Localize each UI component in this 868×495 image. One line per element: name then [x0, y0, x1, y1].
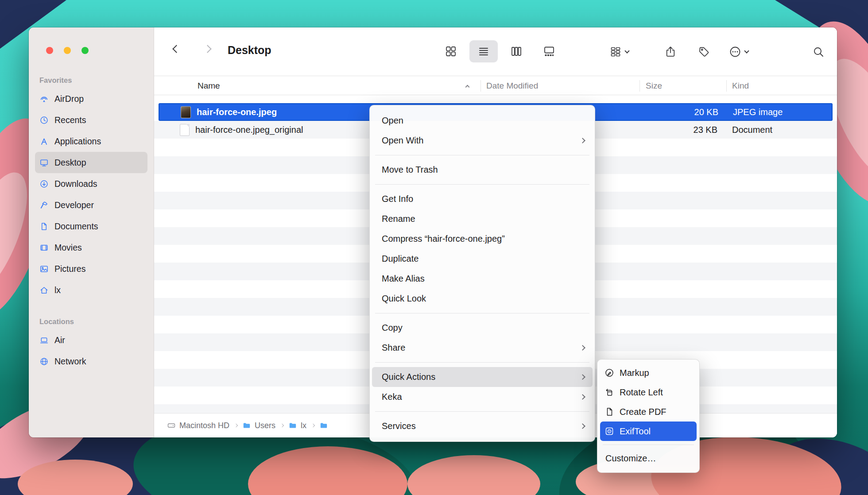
- menu-item-move-to-trash[interactable]: Move to Trash: [372, 160, 593, 180]
- rotate-left-icon: [604, 387, 614, 397]
- forward-button[interactable]: [205, 46, 210, 52]
- pathbar-item-macintosh-hd[interactable]: Macintosh HD: [167, 421, 229, 430]
- sidebar-item-downloads[interactable]: Downloads: [35, 173, 147, 194]
- downloads-icon: [39, 179, 49, 189]
- pathbar-item-truncated[interactable]: [320, 422, 328, 429]
- column-header-date-modified[interactable]: Date Modified: [486, 76, 538, 96]
- menu-item-open[interactable]: Open: [372, 111, 593, 131]
- list-view-button[interactable]: [469, 40, 498, 62]
- more-actions-button[interactable]: [729, 44, 748, 60]
- column-divider[interactable]: [639, 80, 640, 92]
- chevron-right-icon: [280, 424, 284, 427]
- locations-section-label: Locations: [35, 317, 147, 326]
- pathbar-item-lx[interactable]: lx: [289, 421, 306, 430]
- sidebar-item-label: Documents: [54, 221, 98, 232]
- submenu-chevron-icon: [580, 138, 585, 143]
- submenu-item-markup[interactable]: Markup: [600, 363, 697, 383]
- column-divider[interactable]: [480, 80, 481, 92]
- menu-item-make-alias[interactable]: Make Alias: [372, 269, 593, 289]
- group-by-button[interactable]: [609, 44, 629, 60]
- submenu-item-create-pdf[interactable]: Create PDF: [600, 402, 697, 422]
- back-button[interactable]: [174, 46, 179, 52]
- zoom-button[interactable]: [81, 47, 89, 54]
- menu-item-copy[interactable]: Copy: [372, 318, 593, 338]
- menu-item-keka[interactable]: Keka: [372, 387, 593, 407]
- menu-separator: [375, 313, 589, 313]
- icon-view-button[interactable]: [437, 40, 465, 62]
- sidebar-item-desktop[interactable]: Desktop: [35, 152, 147, 173]
- disk-icon: [167, 422, 175, 429]
- photos-icon: [39, 264, 49, 274]
- sidebar-item-air[interactable]: Air: [35, 329, 147, 351]
- share-button[interactable]: [663, 44, 678, 60]
- monitor-icon: [39, 158, 49, 167]
- exiftool-icon: [604, 426, 614, 436]
- menu-item-open-with[interactable]: Open With: [372, 131, 593, 151]
- chevron-right-icon: [311, 424, 315, 427]
- sidebar-item-label: Pictures: [54, 264, 85, 274]
- image-thumbnail-icon: [181, 106, 191, 118]
- menu-item-quick-look[interactable]: Quick Look: [372, 289, 593, 309]
- menu-item-rename[interactable]: Rename: [372, 209, 593, 229]
- globe-icon: [39, 357, 49, 366]
- file-size: 23 KB: [673, 125, 717, 135]
- column-divider[interactable]: [726, 80, 727, 92]
- menu-item-get-info[interactable]: Get Info: [372, 189, 593, 209]
- search-button[interactable]: [810, 44, 826, 60]
- sidebar-item-airdrop[interactable]: AirDrop: [35, 88, 147, 109]
- column-view-button[interactable]: [502, 40, 531, 62]
- submenu-item-customize[interactable]: Customize…: [600, 449, 697, 468]
- menu-item-duplicate[interactable]: Duplicate: [372, 249, 593, 269]
- sidebar-item-network[interactable]: Network: [35, 351, 147, 372]
- chevron-down-icon: [624, 48, 629, 53]
- minimize-button[interactable]: [64, 47, 71, 54]
- close-button[interactable]: [46, 47, 53, 54]
- ellipsis-circle-icon: [729, 46, 741, 58]
- menu-separator: [375, 411, 589, 412]
- chevron-right-icon: [234, 424, 238, 427]
- submenu-item-rotate-left[interactable]: Rotate Left: [600, 383, 697, 402]
- menu-item-services[interactable]: Services: [372, 416, 593, 436]
- menu-item-quick-actions[interactable]: Quick Actions: [372, 367, 593, 387]
- sidebar-item-recents[interactable]: Recents: [35, 109, 147, 131]
- gallery-view-button[interactable]: [535, 40, 563, 62]
- folder-icon: [320, 422, 328, 429]
- pathbar-label: Users: [255, 421, 275, 430]
- folder-icon: [289, 422, 297, 429]
- applications-icon: [39, 137, 49, 146]
- sidebar-item-movies[interactable]: Movies: [35, 237, 147, 258]
- sidebar-item-developer[interactable]: Developer: [35, 194, 147, 216]
- group-by-icon: [609, 46, 622, 58]
- document-icon: [39, 222, 49, 231]
- submenu-chevron-icon: [580, 423, 585, 429]
- pathbar-label: lx: [301, 421, 306, 430]
- window-title: Desktop: [228, 44, 271, 57]
- sidebar-item-label: Air: [54, 335, 65, 345]
- sidebar-item-label: Movies: [54, 243, 82, 253]
- sidebar: Favorites AirDrop Recents Applications D…: [29, 27, 154, 437]
- column-header-kind[interactable]: Kind: [732, 76, 749, 96]
- markup-icon: [604, 368, 614, 378]
- sidebar-item-documents[interactable]: Documents: [35, 216, 147, 237]
- view-switcher: [437, 40, 563, 62]
- sidebar-item-lx-home[interactable]: lx: [35, 279, 147, 301]
- menu-item-compress[interactable]: Compress “hair-force-one.jpeg”: [372, 229, 593, 249]
- quick-actions-submenu: Markup Rotate Left Create PDF ExifTool C…: [597, 359, 700, 473]
- toolbar: Desktop: [154, 27, 837, 76]
- sidebar-item-applications[interactable]: Applications: [35, 131, 147, 152]
- tags-button[interactable]: [696, 44, 712, 60]
- submenu-item-exiftool[interactable]: ExifTool: [600, 422, 697, 441]
- sidebar-item-pictures[interactable]: Pictures: [35, 258, 147, 279]
- file-name: hair-force-one.jpeg_original: [195, 125, 303, 135]
- column-header-name[interactable]: Name: [198, 76, 220, 96]
- chevron-down-icon: [744, 48, 749, 53]
- column-header-size[interactable]: Size: [646, 76, 662, 96]
- sidebar-item-label: Downloads: [54, 179, 97, 189]
- menu-separator: [375, 155, 589, 155]
- sidebar-item-label: Applications: [54, 136, 101, 147]
- laptop-icon: [39, 336, 49, 345]
- menu-separator: [375, 362, 589, 363]
- pathbar-item-users[interactable]: Users: [243, 421, 275, 430]
- sidebar-item-label: AirDrop: [54, 94, 84, 104]
- menu-item-share[interactable]: Share: [372, 338, 593, 358]
